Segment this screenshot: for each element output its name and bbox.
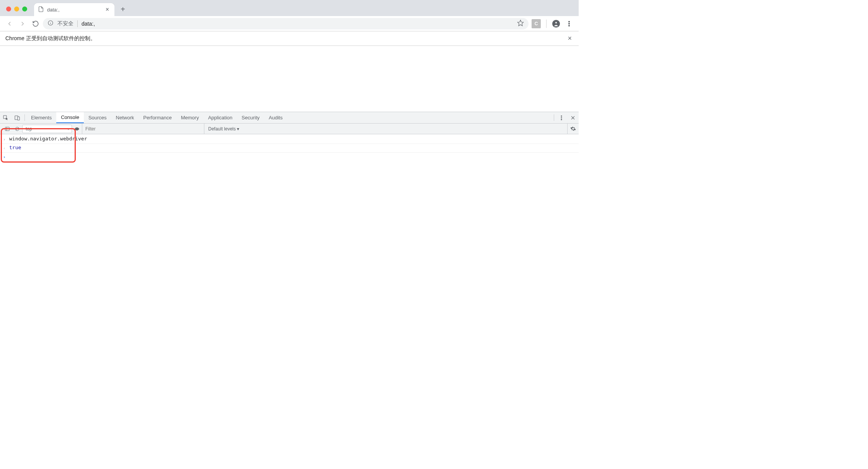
- console-toolbar: top Default levels ▾: [0, 124, 579, 134]
- live-expression-icon[interactable]: [72, 124, 82, 134]
- url-text: data:,: [82, 21, 513, 27]
- devtools-panel: ElementsConsoleSourcesNetworkPerformance…: [0, 112, 579, 313]
- toolbar-separator: [546, 20, 547, 28]
- browser-tab[interactable]: data:, ×: [34, 3, 114, 16]
- devtools-separator: [24, 114, 25, 121]
- browser-toolbar: 不安全 data:, C: [0, 16, 579, 31]
- bookmark-star-icon[interactable]: [517, 20, 524, 28]
- page-content: [0, 46, 579, 112]
- automation-infobar: Chrome 正受到自动测试软件的控制。 ×: [0, 31, 579, 46]
- devtools-tab-network[interactable]: Network: [111, 112, 139, 123]
- svg-marker-3: [518, 20, 524, 26]
- svg-point-12: [561, 116, 562, 116]
- output-marker-icon: [3, 144, 9, 152]
- minimize-window-button[interactable]: [14, 7, 19, 11]
- close-tab-button[interactable]: ×: [104, 6, 111, 13]
- site-info-icon[interactable]: [47, 20, 54, 27]
- devtools-tabbar: ElementsConsoleSourcesNetworkPerformance…: [0, 112, 579, 124]
- file-icon: [38, 6, 44, 13]
- console-context-select[interactable]: top: [22, 125, 72, 133]
- devtools-tab-application[interactable]: Application: [204, 112, 237, 123]
- tab-title: data:,: [47, 7, 101, 13]
- console-filter-input[interactable]: [85, 126, 201, 132]
- maximize-window-button[interactable]: [22, 7, 27, 11]
- svg-point-6: [569, 21, 570, 22]
- console-settings-icon[interactable]: [567, 124, 579, 134]
- console-input-text: window.navigator.webdriver: [9, 135, 87, 143]
- infobar-message: Chrome 正受到自动测试软件的控制。: [5, 35, 566, 42]
- console-input-row: window.navigator.webdriver: [0, 135, 579, 143]
- svg-line-20: [16, 127, 19, 130]
- svg-point-5: [555, 21, 557, 24]
- devtools-tab-memory[interactable]: Memory: [176, 112, 204, 123]
- devtools-tab-security[interactable]: Security: [237, 112, 264, 123]
- clear-console-icon[interactable]: [12, 124, 22, 134]
- reload-button[interactable]: [30, 18, 41, 29]
- console-filter[interactable]: [82, 124, 204, 134]
- forward-button[interactable]: [17, 18, 28, 29]
- console-output-text: true: [9, 144, 21, 151]
- devtools-close-icon[interactable]: [567, 112, 579, 123]
- close-window-button[interactable]: [6, 7, 11, 11]
- svg-point-14: [561, 119, 562, 120]
- chrome-menu-button[interactable]: [563, 18, 575, 29]
- address-bar[interactable]: 不安全 data:,: [43, 18, 529, 29]
- tab-strip: data:, × +: [0, 0, 579, 16]
- back-button[interactable]: [4, 18, 15, 29]
- console-output[interactable]: window.navigator.webdriver true: [0, 134, 579, 161]
- devtools-menu-icon[interactable]: [556, 112, 567, 123]
- window-controls: [6, 7, 27, 11]
- console-output-row: true: [0, 143, 579, 152]
- inspect-element-icon[interactable]: [0, 112, 11, 123]
- devtools-tab-elements[interactable]: Elements: [26, 112, 56, 123]
- prompt-marker-icon: [3, 153, 9, 161]
- devtools-tab-performance[interactable]: Performance: [139, 112, 176, 123]
- devtools-tab-sources[interactable]: Sources: [84, 112, 111, 123]
- infobar-close-button[interactable]: ×: [566, 33, 573, 44]
- console-prompt-row[interactable]: [0, 152, 579, 161]
- svg-rect-11: [18, 117, 20, 120]
- svg-rect-17: [5, 127, 10, 130]
- security-label: 不安全: [57, 20, 73, 27]
- devtools-tab-audits[interactable]: Audits: [264, 112, 287, 123]
- input-marker-icon: [3, 135, 9, 143]
- extension-badge[interactable]: C: [532, 19, 541, 28]
- device-toolbar-icon[interactable]: [11, 112, 23, 123]
- new-tab-button[interactable]: +: [117, 4, 128, 15]
- svg-point-13: [561, 117, 562, 118]
- console-context-value: top: [26, 126, 32, 132]
- omnibox-divider: [77, 20, 78, 27]
- profile-button[interactable]: [550, 18, 562, 29]
- svg-point-21: [77, 128, 78, 129]
- log-levels-select[interactable]: Default levels ▾: [204, 126, 243, 132]
- devtools-separator: [554, 114, 554, 121]
- devtools-tab-console[interactable]: Console: [56, 112, 84, 123]
- svg-point-8: [569, 25, 570, 26]
- svg-point-7: [569, 23, 570, 24]
- console-sidebar-toggle-icon[interactable]: [2, 124, 12, 134]
